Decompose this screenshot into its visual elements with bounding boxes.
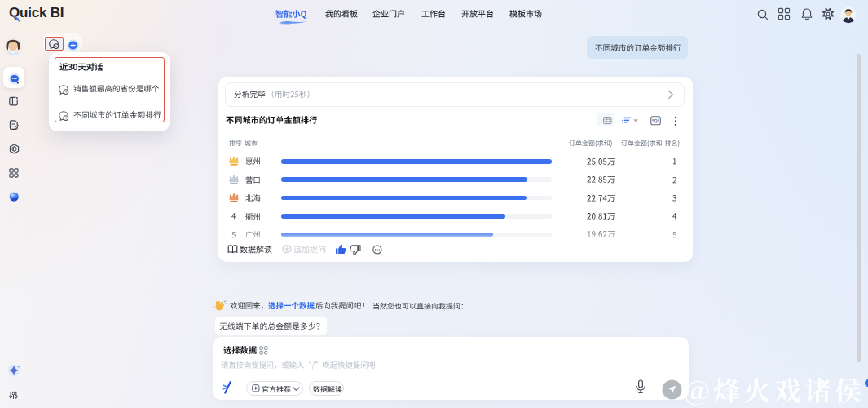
svg-text:SQL: SQL [652, 119, 660, 123]
